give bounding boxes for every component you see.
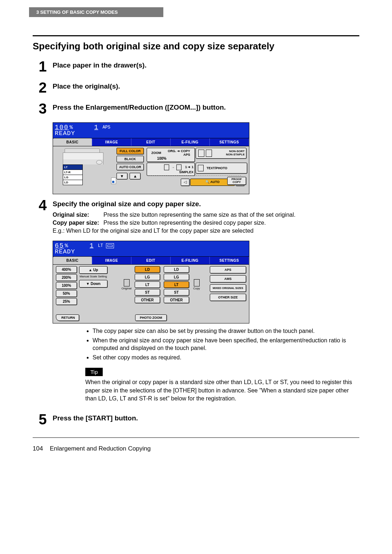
black-button[interactable]: BLACK bbox=[117, 156, 144, 162]
zoom-aps-label: APS bbox=[183, 153, 190, 156]
non-sort-label: NON-SORT bbox=[229, 150, 245, 153]
tip-label: Tip bbox=[85, 368, 103, 376]
tab-bar: BASIC IMAGE EDIT E-FILING SETTINGS bbox=[53, 138, 249, 146]
tab-image[interactable]: IMAGE bbox=[92, 257, 131, 264]
step-title: Press the [START] button. bbox=[53, 414, 359, 422]
scale-up-button[interactable]: ▲ Up bbox=[79, 266, 107, 274]
tab-basic[interactable]: BASIC bbox=[53, 257, 92, 264]
tab-image[interactable]: IMAGE bbox=[92, 138, 131, 146]
copy-size-ld[interactable]: LD bbox=[164, 266, 189, 273]
copy-size-lg[interactable]: LG bbox=[164, 274, 189, 280]
paper-size-indicator: LT bbox=[98, 243, 103, 248]
footer-section: Enlargement and Reduction Copying bbox=[50, 445, 151, 452]
ratio-200[interactable]: 200% bbox=[56, 274, 77, 281]
ratio-100[interactable]: 100% bbox=[56, 282, 77, 289]
page-number: 104 bbox=[33, 445, 43, 452]
step-4: 4 Specify the original size and copy pap… bbox=[33, 198, 359, 234]
step-number: 4 bbox=[33, 198, 53, 234]
step-number: 2 bbox=[33, 80, 53, 95]
chapter-header: 3 SETTING OF BASIC COPY MODES bbox=[29, 7, 163, 17]
original-side-label: Original bbox=[120, 279, 133, 290]
step-number: 5 bbox=[33, 412, 53, 427]
tab-efiling[interactable]: E-FILING bbox=[171, 257, 210, 264]
simplex-button[interactable]: → 1 ➜ 1SIMPLEX bbox=[147, 163, 195, 176]
page-icon bbox=[164, 164, 169, 170]
simplex-ratio: 1 ➜ 1 bbox=[185, 165, 193, 169]
tab-basic[interactable]: BASIC bbox=[53, 138, 92, 146]
manual-scale-label: Manual Scale Setting bbox=[79, 275, 107, 278]
other-size-button[interactable]: OTHER SIZE bbox=[210, 294, 246, 301]
paper-size-indicator: APS bbox=[102, 125, 110, 130]
step-title: Specify the original size and copy paper… bbox=[53, 200, 359, 208]
zoom-value: 100% bbox=[157, 156, 167, 160]
tab-settings[interactable]: SETTINGS bbox=[210, 138, 249, 146]
separator bbox=[147, 175, 241, 176]
ratio-400[interactable]: 400% bbox=[56, 266, 77, 273]
text-photo-button[interactable]: TEXT/PHOTO bbox=[196, 163, 247, 174]
cassette-icon bbox=[106, 243, 114, 248]
tab-edit[interactable]: EDIT bbox=[131, 257, 171, 264]
return-button[interactable]: RETURN bbox=[56, 314, 79, 321]
tab-edit[interactable]: EDIT bbox=[131, 138, 171, 146]
orig-size-lt[interactable]: LT bbox=[135, 281, 160, 288]
up-arrow-button[interactable]: ▲ bbox=[130, 173, 140, 179]
sort-icon bbox=[198, 150, 204, 157]
original-size-column: LD LG LT ST OTHER bbox=[135, 266, 160, 304]
status-bar: 100 % 1 APS READY bbox=[53, 123, 249, 138]
step-1: 1 Place paper in the drawer(s). bbox=[33, 59, 359, 74]
orig-size-st[interactable]: ST bbox=[135, 289, 160, 296]
step-title: Press the Enlargement/Reduction ([ZOOM..… bbox=[53, 103, 359, 111]
example-text: E.g.: When LD for the original size and … bbox=[53, 228, 359, 234]
percent-symbol: % bbox=[65, 243, 68, 249]
auto-color-button[interactable]: AUTO COLOR bbox=[117, 164, 144, 170]
ams-button[interactable]: AMS bbox=[210, 275, 246, 282]
def-original-size: Original size:Press the size button repr… bbox=[53, 212, 359, 218]
ready-status: READY bbox=[55, 248, 249, 255]
full-color-button[interactable]: FULL COLOR bbox=[117, 148, 144, 154]
textphoto-icon bbox=[198, 165, 204, 171]
manual-scale: ▲ Up Manual Scale Setting ▼ Down bbox=[79, 266, 107, 289]
bullet-list: The copy paper size can also be set by p… bbox=[85, 327, 359, 361]
ratio-50[interactable]: 50% bbox=[56, 290, 77, 297]
tip-text: When the original or copy paper is a sta… bbox=[85, 378, 359, 403]
step-title: Place paper in the drawer(s). bbox=[53, 61, 359, 69]
step-3: 3 Press the Enlargement/Reduction ([ZOOM… bbox=[33, 101, 359, 116]
def-copy-size: Copy paper size:Press the size button re… bbox=[53, 220, 359, 226]
mode-column: APS AMS MIXED ORIGNAL SIZES OTHER SIZE bbox=[210, 266, 246, 303]
drawer-ld[interactable]: LD bbox=[63, 180, 83, 185]
paper-level-icon bbox=[111, 178, 116, 184]
copy-size-column: LD LG LT ST OTHER bbox=[164, 266, 189, 304]
page-title: Specifying both original size and copy s… bbox=[33, 41, 359, 52]
touch-panel-basic: 100 % 1 APS READY BASIC IMAGE EDIT E-FIL… bbox=[53, 122, 249, 194]
orig-size-ld[interactable]: LD bbox=[135, 266, 160, 273]
orig-size-lg[interactable]: LG bbox=[135, 274, 160, 280]
step-2: 2 Place the original(s). bbox=[33, 80, 359, 95]
copy-size-st[interactable]: ST bbox=[164, 289, 189, 296]
density-lighter-button[interactable]: ◁ bbox=[181, 179, 189, 186]
bullet-item: When the original size and copy paper si… bbox=[93, 337, 359, 352]
simplex-label: SIMPLEX bbox=[179, 170, 193, 174]
drawer-lg[interactable]: LG bbox=[63, 175, 83, 180]
status-bar: 65 % 1 LT READY bbox=[53, 241, 249, 257]
scale-down-button[interactable]: ▼ Down bbox=[79, 280, 107, 288]
drawer-ltr[interactable]: LT-R bbox=[63, 170, 83, 175]
mixed-sizes-button[interactable]: MIXED ORIGNAL SIZES bbox=[210, 284, 246, 292]
copy-size-lt[interactable]: LT bbox=[164, 281, 189, 288]
tab-settings[interactable]: SETTINGS bbox=[210, 257, 249, 264]
proof-copy-button[interactable]: PROOFCOPY bbox=[227, 177, 246, 185]
copier-illustration: LT LT-R LG LD bbox=[57, 148, 108, 185]
ratio-25[interactable]: 25% bbox=[56, 298, 77, 305]
step-title: Place the original(s). bbox=[53, 82, 359, 90]
down-arrow-button[interactable]: ▼ bbox=[117, 173, 127, 179]
photo-zoom-button[interactable]: PHOTO ZOOM bbox=[135, 314, 167, 321]
step-5: 5 Press the [START] button. bbox=[33, 412, 359, 427]
drawer-lt[interactable]: LT bbox=[63, 164, 83, 170]
aps-button[interactable]: APS bbox=[210, 266, 246, 273]
copy-size-other[interactable]: OTHER bbox=[164, 297, 189, 303]
sort-button[interactable]: NON-SORTNON-STAPLE bbox=[196, 148, 246, 159]
original-icon bbox=[124, 279, 130, 286]
zoom-button[interactable]: ZOOM ORG. ➜ COPY APS 100% bbox=[147, 148, 195, 162]
copy-side-label: Copy bbox=[190, 279, 203, 290]
tab-efiling[interactable]: E-FILING bbox=[171, 138, 210, 146]
orig-size-other[interactable]: OTHER bbox=[135, 297, 160, 303]
